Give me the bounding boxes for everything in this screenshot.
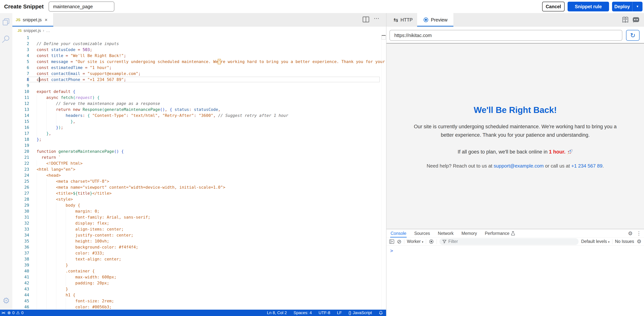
- code-line-19[interactable]: 19: [12, 142, 386, 148]
- tab-network[interactable]: Network: [438, 229, 454, 237]
- code-line-21[interactable]: 21 return `: [12, 154, 386, 160]
- code-line-27[interactable]: 27 <title>${title}</title>: [12, 190, 386, 196]
- code-line-7[interactable]: 7const contactEmail = "support@example.c…: [12, 71, 386, 77]
- code-line-26[interactable]: 26 <meta name="viewport" content="width=…: [12, 184, 386, 190]
- breadcrumb-file[interactable]: snippet.js: [24, 28, 41, 33]
- code-line-28[interactable]: 28 <style>: [12, 196, 386, 202]
- code-line-13[interactable]: 13 return new Response(generateMaintenan…: [12, 107, 386, 113]
- refresh-button[interactable]: ↻: [626, 30, 640, 41]
- code-line-22[interactable]: 22 <!DOCTYPE html>: [12, 160, 386, 166]
- tab-http[interactable]: ⇆ HTTP: [389, 13, 417, 27]
- tab-console[interactable]: Console: [390, 229, 406, 237]
- code-line-38[interactable]: 38 text-align: center;: [12, 256, 386, 262]
- code-line-35[interactable]: 35 height: 100vh;: [12, 238, 386, 244]
- code-line-23[interactable]: 23<html lang="en">: [12, 166, 386, 172]
- code-line-3[interactable]: 3const statusCode = 503;: [12, 47, 386, 53]
- indent-guide: [56, 298, 56, 304]
- kebab-menu-icon[interactable]: ⋮: [636, 230, 642, 236]
- code-line-16[interactable]: 16 });: [12, 125, 386, 131]
- tab-memory[interactable]: Memory: [462, 229, 477, 237]
- live-expression-eye-icon[interactable]: [429, 239, 434, 244]
- code-line-45[interactable]: 45 font-size: 2rem;: [12, 298, 386, 304]
- breadcrumb-more[interactable]: …: [46, 28, 50, 33]
- code-line-39[interactable]: 39 }: [12, 262, 386, 268]
- warning-icon: ⚠: [16, 310, 20, 315]
- code-line-12[interactable]: 12 // Serve the maintenance page as a re…: [12, 101, 386, 107]
- editor-scrollbar-slider[interactable]: [382, 35, 386, 40]
- docs-book-icon[interactable]: [622, 17, 629, 23]
- code-line-20[interactable]: 20function generateMaintenancePage() {: [12, 148, 386, 154]
- code-line-43[interactable]: 43 }: [12, 286, 386, 292]
- language-mode[interactable]: {} JavaScript: [348, 310, 372, 315]
- code-line-40[interactable]: 40 .container {: [12, 268, 386, 274]
- code-line-8[interactable]: 8const contactPhone = "+1 234 567 89";: [12, 77, 386, 83]
- code-line-4[interactable]: 4const title = "We'll Be Right Back!";: [12, 53, 386, 59]
- breadcrumb[interactable]: JS snippet.js › …: [12, 27, 386, 35]
- deploy-button[interactable]: Deploy: [612, 2, 632, 12]
- preview-url-input[interactable]: [390, 30, 622, 41]
- console-sidebar-icon[interactable]: [389, 239, 394, 244]
- console-filter-input[interactable]: Filter: [439, 238, 578, 245]
- tab-sources[interactable]: Sources: [414, 229, 430, 237]
- problems-indicator[interactable]: ⊗ 0 ⚠ 0: [7, 310, 24, 315]
- code-line-15[interactable]: 15 },: [12, 119, 386, 125]
- tab-snippet-js[interactable]: JS snippet.js ×: [12, 13, 54, 27]
- split-editor-icon[interactable]: [362, 17, 369, 23]
- search-icon[interactable]: [0, 35, 12, 43]
- code-line-46[interactable]: 46 color: #0056b3;: [12, 304, 386, 310]
- log-levels-selector[interactable]: Default levels ▾: [581, 239, 610, 244]
- code-line-31[interactable]: 31 font-family: Arial, sans-serif;: [12, 214, 386, 220]
- code-line-18[interactable]: 18};: [12, 137, 386, 142]
- code-line-25[interactable]: 25 <meta charset="UTF-8">: [12, 178, 386, 184]
- gear-icon[interactable]: ⚙: [0, 296, 12, 305]
- tab-performance[interactable]: Performance: [485, 229, 515, 237]
- devtools-settings-gear-icon[interactable]: ⚙: [628, 230, 632, 236]
- phone-link[interactable]: +1 234 567 89: [571, 163, 602, 169]
- code-line-6[interactable]: 6const estimatedTime = "1 hour";: [12, 65, 386, 71]
- deploy-dropdown-button[interactable]: ▼: [632, 2, 642, 12]
- code-editor[interactable]: 12// Define your customizable inputs3con…: [12, 35, 386, 310]
- code-line-2[interactable]: 2// Define your customizable inputs: [12, 41, 386, 47]
- cursor-position[interactable]: Ln 8, Col 2: [267, 310, 287, 315]
- code-line-17[interactable]: 17 },: [12, 131, 386, 137]
- code-line-24[interactable]: 24 <head>: [12, 172, 386, 178]
- code-line-32[interactable]: 32 display: flex;: [12, 220, 386, 226]
- clear-console-icon[interactable]: ⊘: [397, 238, 402, 245]
- snippet-name-input[interactable]: [48, 2, 114, 12]
- snippet-rule-button[interactable]: Snippet rule: [568, 2, 609, 12]
- discord-icon[interactable]: [632, 17, 640, 23]
- eol-setting[interactable]: LF: [337, 310, 342, 315]
- line-number: 24: [12, 172, 29, 178]
- files-icon[interactable]: [0, 18, 12, 26]
- code-line-34[interactable]: 34 justify-content: center;: [12, 232, 386, 238]
- remote-indicator-icon[interactable]: ><: [0, 311, 7, 315]
- code-line-5[interactable]: 5const message = "Our site is currently …: [12, 59, 386, 65]
- support-email-link[interactable]: support@example.com: [494, 163, 544, 169]
- indentation-setting[interactable]: Spaces: 4: [294, 310, 312, 315]
- editor-scrollbar[interactable]: [381, 35, 382, 310]
- cancel-button[interactable]: Cancel: [542, 2, 564, 12]
- code-line-11[interactable]: 11 async fetch(request) {: [12, 95, 386, 101]
- code-line-10[interactable]: 10export default {: [12, 89, 386, 95]
- code-line-33[interactable]: 33 align-items: center;: [12, 226, 386, 232]
- code-line-37[interactable]: 37 color: #333;: [12, 250, 386, 256]
- tab-preview[interactable]: Preview: [417, 13, 454, 27]
- more-actions-icon[interactable]: ⋯: [374, 15, 379, 22]
- code-line-29[interactable]: 29 body {: [12, 202, 386, 208]
- code-line-14[interactable]: 14 headers: { "Content-Type": "text/html…: [12, 113, 386, 119]
- close-tab-icon[interactable]: ×: [45, 17, 48, 23]
- code-line-36[interactable]: 36 background-color: #f4f4f4;: [12, 244, 386, 250]
- code-line-42[interactable]: 42 padding: 20px;: [12, 280, 386, 286]
- line-number: 18: [12, 137, 29, 142]
- code-line-9[interactable]: 9: [12, 83, 386, 89]
- console-settings-gear-icon[interactable]: ⚙: [637, 238, 642, 245]
- issues-counter[interactable]: No Issues: [615, 239, 634, 244]
- code-line-30[interactable]: 30 margin: 0;: [12, 208, 386, 214]
- context-selector[interactable]: Worker ▾: [407, 239, 423, 244]
- code-line-1[interactable]: 1: [12, 35, 386, 41]
- console-prompt[interactable]: >: [386, 246, 644, 253]
- code-line-44[interactable]: 44 h1 {: [12, 292, 386, 298]
- code-line-41[interactable]: 41 max-width: 600px;: [12, 274, 386, 280]
- encoding-setting[interactable]: UTF-8: [319, 310, 330, 315]
- notifications-bell-icon[interactable]: [379, 310, 383, 315]
